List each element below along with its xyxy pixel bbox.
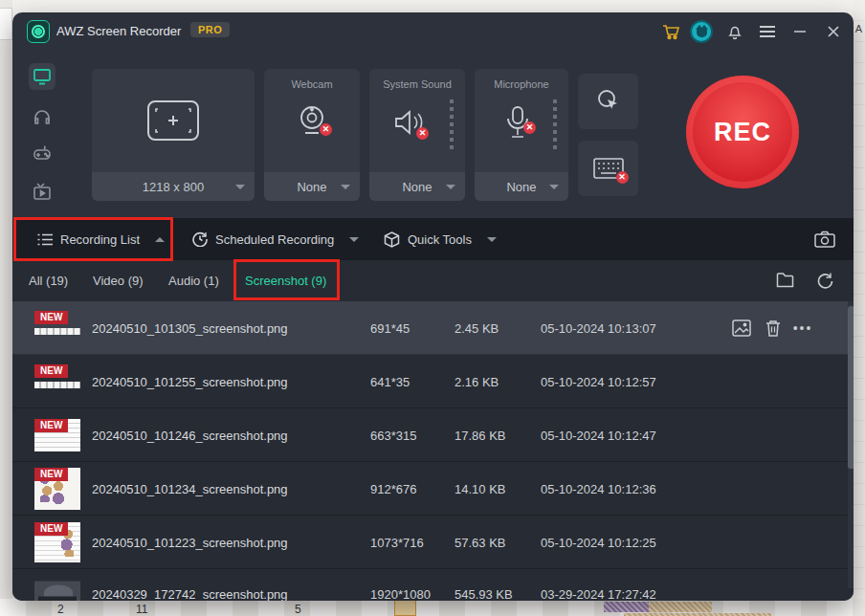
user-avatar[interactable] <box>689 19 714 44</box>
file-row[interactable]: NEW 20240510_101246_screenshot.png 663*3… <box>12 408 854 462</box>
file-thumbnail: NEW <box>34 311 80 345</box>
webcam-label: Webcam <box>264 78 360 90</box>
scheduled-recording-menu[interactable]: Scheduled Recording <box>192 218 359 260</box>
audio-level-meter <box>450 99 454 149</box>
speaker-icon: ✕ <box>392 107 427 138</box>
file-dimensions: 912*676 <box>370 481 416 495</box>
scheduled-recording-label: Scheduled Recording <box>215 232 334 247</box>
recording-list-label: Recording List <box>60 232 140 247</box>
quick-tools-label: Quick Tools <box>408 232 472 247</box>
rec-button[interactable]: REC <box>686 76 799 188</box>
cube-icon <box>384 231 400 248</box>
background-highlight-cell <box>394 600 416 616</box>
refresh-icon <box>816 272 833 289</box>
open-folder-button[interactable] <box>774 270 795 291</box>
tab-audio[interactable]: Audio (1) <box>168 260 219 301</box>
avatar-icon <box>690 20 713 43</box>
file-date: 05-10-2024 10:12:47 <box>541 428 656 442</box>
background-cell-value: 11 <box>136 603 147 616</box>
more-actions-button[interactable]: ••• <box>791 317 814 340</box>
microphone-dropdown[interactable]: None <box>475 172 568 201</box>
menu-icon[interactable] <box>755 19 780 44</box>
scrollbar-thumb[interactable] <box>848 306 854 469</box>
file-row[interactable]: NEW 20240510_101234_screenshot.png 912*6… <box>12 462 854 516</box>
system-sound-panel: System Sound ✕ None <box>369 69 465 201</box>
mouse-click-effect-button[interactable] <box>578 74 638 129</box>
background-app-right <box>854 0 865 616</box>
chevron-down-icon <box>487 237 497 242</box>
monitor-icon <box>33 68 52 85</box>
gamepad-icon <box>32 145 53 163</box>
file-dimensions: 691*45 <box>370 320 410 335</box>
new-badge: NEW <box>34 522 68 536</box>
chevron-down-icon <box>341 185 350 189</box>
file-row[interactable]: NEW 20240510_101255_screenshot.png 641*3… <box>12 355 854 408</box>
file-date: 05-10-2024 10:12:25 <box>541 535 656 549</box>
region-select-icon[interactable] <box>146 99 200 142</box>
tab-all[interactable]: All (19) <box>29 260 68 301</box>
cursor-click-icon <box>594 87 623 116</box>
webcam-dropdown[interactable]: None <box>264 172 360 201</box>
keystroke-display-button[interactable]: ✕ <box>578 141 638 196</box>
file-size: 2.16 KB <box>455 374 499 388</box>
tab-screenshot[interactable]: Screenshot (9) <box>245 260 326 301</box>
screenshot-camera-button[interactable] <box>814 229 835 250</box>
file-name: 20240510_101223_screenshot.png <box>92 535 288 549</box>
chevron-down-icon <box>235 185 245 189</box>
list-icon <box>37 233 53 246</box>
webcam-value: None <box>297 180 326 194</box>
cart-icon[interactable] <box>658 19 683 44</box>
filter-tabs: All (19) Video (9) Audio (1) Screenshot … <box>12 260 854 301</box>
region-size-dropdown[interactable]: 1218 x 800 <box>92 172 255 201</box>
system-sound-value: None <box>402 180 432 194</box>
chevron-down-icon <box>349 237 359 242</box>
sidebar-item-screen[interactable] <box>29 63 55 90</box>
file-thumbnail: NEW <box>34 419 80 451</box>
file-size: 2.45 KB <box>455 320 499 335</box>
preview-button[interactable] <box>730 317 753 340</box>
refresh-button[interactable] <box>814 270 835 291</box>
tab-video[interactable]: Video (9) <box>93 260 144 301</box>
file-name: 20240329_172742_screenshot.png <box>92 587 288 602</box>
chevron-down-icon <box>446 185 455 189</box>
file-row[interactable]: NEW 20240510_101223_screenshot.png 1073*… <box>12 516 854 569</box>
disabled-x-badge: ✕ <box>416 127 429 140</box>
file-name: 20240510_101234_screenshot.png <box>92 481 288 495</box>
file-date: 05-10-2024 10:12:36 <box>541 481 656 495</box>
folder-icon <box>776 273 794 288</box>
disabled-x-badge: ✕ <box>320 123 332 136</box>
webcam-icon: ✕ <box>296 103 328 138</box>
file-thumbnail: NEW <box>34 468 80 510</box>
recording-list-menu[interactable]: Recording List <box>37 218 165 260</box>
microphone-value: None <box>506 180 536 194</box>
notification-bell-icon[interactable] <box>722 19 747 44</box>
headphones-icon <box>33 108 52 125</box>
sidebar-item-tv[interactable] <box>29 178 55 205</box>
image-icon <box>732 319 751 337</box>
new-badge: NEW <box>34 311 68 324</box>
file-row[interactable]: NEW 20240510_101305_screenshot.png 691*4… <box>12 301 854 355</box>
quick-tools-menu[interactable]: Quick Tools <box>384 218 497 260</box>
file-name: 20240510_101305_screenshot.png <box>92 320 288 335</box>
file-dimensions: 1073*716 <box>370 535 424 549</box>
new-badge: NEW <box>34 419 68 432</box>
file-dimensions: 663*315 <box>370 428 416 442</box>
record-region-panel: 1218 x 800 <box>92 69 255 201</box>
new-badge: NEW <box>34 364 68 378</box>
close-button[interactable] <box>821 19 846 44</box>
app-title: AWZ Screen Recorder <box>56 24 181 38</box>
delete-button[interactable] <box>762 317 785 340</box>
file-size: 545.93 KB <box>455 587 513 602</box>
minimize-button[interactable] <box>787 19 812 44</box>
background-app-cell <box>0 8 12 40</box>
file-row[interactable]: 20240329_172742_screenshot.png 1920*1080… <box>12 569 854 601</box>
file-thumbnail: NEW <box>34 522 80 562</box>
sidebar-item-game[interactable] <box>29 141 55 167</box>
file-size: 17.86 KB <box>455 428 506 442</box>
background-cell-value: 2 <box>57 603 64 616</box>
file-date: 05-10-2024 10:12:57 <box>541 374 656 388</box>
sidebar-item-audio[interactable] <box>29 103 55 130</box>
microphone-icon: ✕ <box>503 105 532 140</box>
system-sound-dropdown[interactable]: None <box>369 172 465 201</box>
nav-bar: Recording List Scheduled Recording Quick… <box>12 218 854 260</box>
